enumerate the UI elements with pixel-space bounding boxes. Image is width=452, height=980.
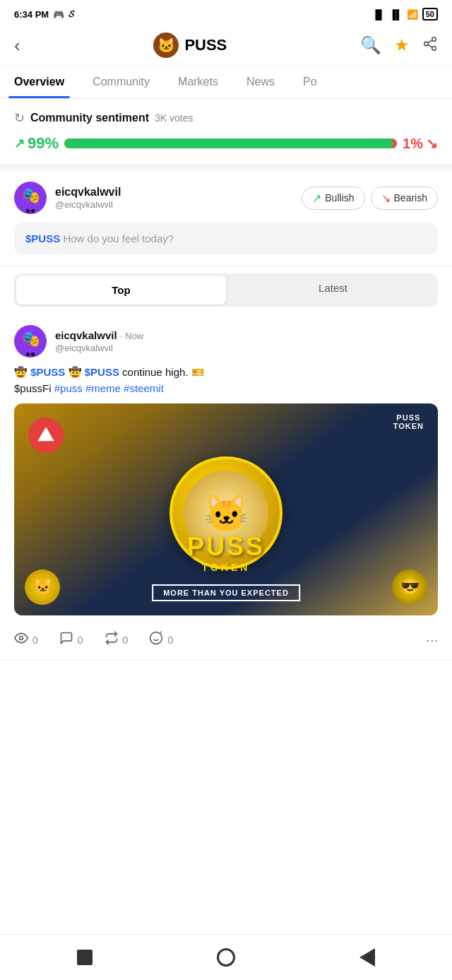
bearish-label: Bearish xyxy=(394,192,427,203)
toggle-row: Top Latest xyxy=(14,273,438,307)
tab-news[interactable]: News xyxy=(232,66,289,98)
favorite-icon[interactable]: ★ xyxy=(394,35,410,55)
svg-point-6 xyxy=(20,637,23,640)
wifi-icon: 📶 xyxy=(407,9,418,20)
small-coin-right: 😎 xyxy=(392,569,427,605)
sentiment-title: Community sentiment xyxy=(30,112,149,124)
post-hash1: #puss xyxy=(54,382,83,394)
divider1 xyxy=(0,165,452,170)
puss-title: PUSS TOKEN xyxy=(14,532,438,573)
puss-big-text: PUSS xyxy=(14,532,438,562)
bearish-percentage: 1% ↘ xyxy=(403,135,438,152)
bullish-up-arrow: ↗ xyxy=(14,136,25,151)
sentiment-buttons: ↗ Bullish ↘ Bearish xyxy=(302,187,438,210)
header: ‹ 🐱 PUSS 🔍 ★ xyxy=(0,25,452,66)
post-hash3: #steemit xyxy=(124,382,164,394)
bullish-button[interactable]: ↗ Bullish xyxy=(302,187,364,210)
sentiment-header: ↻ Community sentiment 3K votes xyxy=(14,110,438,126)
comments-count: 0 xyxy=(78,634,83,646)
comments-action[interactable]: 0 xyxy=(59,631,83,649)
post-username: eicqvkalwvil xyxy=(55,329,117,341)
home-icon xyxy=(217,948,235,967)
input-placeholder: How do you feel today? xyxy=(63,232,174,244)
nav-stop-button[interactable] xyxy=(72,945,97,970)
share-icon[interactable] xyxy=(422,36,438,55)
app-icon: 𝓢 xyxy=(69,8,74,20)
bearish-down-arrow: ↘ xyxy=(426,135,438,152)
post-header: 🎭 eicqvkalwvil · Now @eicqvkalwvil xyxy=(14,325,438,358)
status-left: 6:34 PM 🎮 𝓢 xyxy=(14,8,74,20)
tab-markets[interactable]: Markets xyxy=(164,66,232,98)
views-action[interactable]: 0 xyxy=(14,631,38,649)
views-count: 0 xyxy=(32,634,38,646)
reactions-count: 0 xyxy=(167,634,173,646)
avatar: 🎭 xyxy=(14,182,47,214)
sentiment-section: ↻ Community sentiment 3K votes ↗ 99% 1% … xyxy=(0,99,452,165)
user-handle: @eicqvkalwvil xyxy=(55,199,121,210)
latest-tab[interactable]: Latest xyxy=(228,273,438,307)
reposts-action[interactable]: 0 xyxy=(105,631,129,649)
more-button[interactable]: ··· xyxy=(426,632,438,648)
tab-community[interactable]: Community xyxy=(78,66,164,98)
post-emoji1: 🤠 xyxy=(14,366,30,378)
post-ticker2: $PUSS xyxy=(85,366,119,378)
post-ticker1: $PUSS xyxy=(30,366,65,378)
reactions-action[interactable]: 0 xyxy=(149,631,173,649)
time: 6:34 PM xyxy=(14,9,49,20)
post-pussr: $pussFi xyxy=(14,382,54,394)
status-right: ▐▌ ▐▌ 📶 50 xyxy=(372,8,438,20)
input-ticker: $PUSS xyxy=(25,232,60,244)
bullish-percentage: ↗ 99% xyxy=(14,134,59,153)
reposts-count: 0 xyxy=(123,634,129,646)
bearish-button[interactable]: ↘ Bearish xyxy=(371,187,438,210)
bottom-nav xyxy=(0,934,452,980)
status-bar: 6:34 PM 🎮 𝓢 ▐▌ ▐▌ 📶 50 xyxy=(0,0,452,25)
header-actions: 🔍 ★ xyxy=(360,35,438,55)
svg-point-7 xyxy=(150,632,162,644)
token-label: PUSSTOKEN xyxy=(393,413,424,430)
back-button[interactable]: ‹ xyxy=(14,35,20,57)
svg-line-10 xyxy=(160,632,162,633)
tabs: Overview Community Markets News Po xyxy=(0,66,452,99)
user-row: 🎭 eicqvkalwvil @eicqvkalwvil ↗ Bullish ↘… xyxy=(14,182,438,214)
battery: 50 xyxy=(422,8,438,20)
post-content: 🤠 $PUSS 🤠 $PUSS continue high. 🎫 $pussFi… xyxy=(14,365,438,396)
signal-icon: ▐▌ xyxy=(372,9,385,20)
post-section: 🎭 eicqvkalwvil · Now @eicqvkalwvil 🤠 $PU… xyxy=(0,314,452,661)
comments-icon xyxy=(59,631,73,649)
reaction-icon xyxy=(149,631,163,649)
puss-sub: TOKEN xyxy=(14,562,438,573)
sentiment-spinner-icon: ↻ xyxy=(14,110,25,126)
post-image: PUSSTOKEN 🐱 PUSS TOKEN MORE THAN YOU EXP… xyxy=(14,403,438,615)
tron-badge xyxy=(28,418,64,453)
sentiment-bar-row: ↗ 99% 1% ↘ xyxy=(14,134,438,153)
search-icon[interactable]: 🔍 xyxy=(360,35,381,55)
game-icon: 🎮 xyxy=(53,9,64,20)
token-icon: 🐱 xyxy=(153,33,179,58)
nav-home-button[interactable] xyxy=(213,945,239,970)
post-actions: 0 0 0 0 ··· xyxy=(14,625,438,649)
stop-icon xyxy=(77,950,93,965)
tab-overview[interactable]: Overview xyxy=(0,66,78,98)
bullish-bar-fill xyxy=(64,138,393,148)
tab-more[interactable]: Po xyxy=(289,66,331,98)
user-info: 🎭 eicqvkalwvil @eicqvkalwvil xyxy=(14,182,121,214)
top-tab[interactable]: Top xyxy=(16,276,226,305)
user-details: eicqvkalwvil @eicqvkalwvil xyxy=(55,186,121,210)
post-input-field[interactable]: $PUSS How do you feel today? xyxy=(14,223,438,254)
nav-back-button[interactable] xyxy=(355,945,380,970)
post-hash2: #meme xyxy=(85,382,121,394)
sentiment-progress-bar xyxy=(64,138,397,148)
svg-marker-5 xyxy=(37,427,54,441)
svg-line-4 xyxy=(428,40,432,42)
back-icon xyxy=(359,948,375,967)
post-avatar: 🎭 xyxy=(14,325,47,358)
header-title-group: 🐱 PUSS xyxy=(153,33,227,58)
username: eicqvkalwvil xyxy=(55,186,121,199)
page-title: PUSS xyxy=(184,36,227,54)
bottom-spacer xyxy=(0,661,452,710)
bearish-btn-arrow: ↘ xyxy=(381,191,391,205)
bullish-btn-arrow: ↗ xyxy=(312,191,321,205)
post-handle: @eicqvkalwvil xyxy=(55,343,143,353)
signal2-icon: ▐▌ xyxy=(389,9,402,20)
